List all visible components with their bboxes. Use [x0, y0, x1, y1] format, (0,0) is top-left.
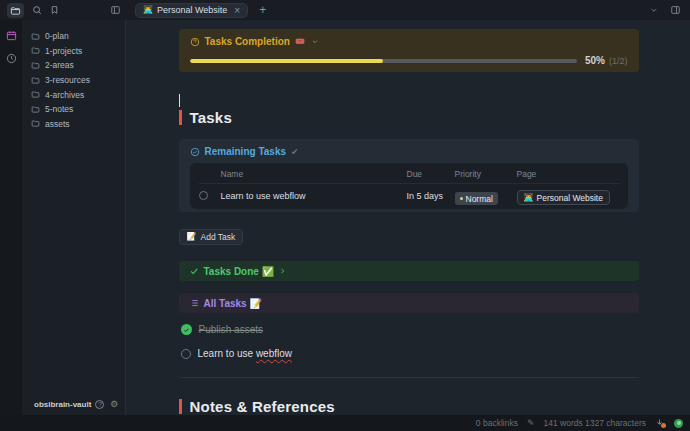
help-icon[interactable]: ? — [95, 400, 104, 409]
done-title: Tasks Done ✅ — [204, 266, 275, 277]
notification-dot — [661, 423, 666, 428]
pencil-icon: ✎ — [527, 419, 535, 428]
tab-title: Personal Website — [157, 5, 227, 15]
bookmark-icon[interactable] — [50, 5, 59, 15]
folder-icon — [31, 105, 40, 114]
folder-label: 4-archives — [45, 90, 84, 100]
remaining-tasks-callout: Remaining Tasks ✔ Name Due Priority Page… — [179, 139, 639, 212]
horizontal-rule — [179, 377, 639, 378]
all-tasks-callout[interactable]: All Tasks 📝 — [179, 293, 639, 313]
table-row: Learn to use webflow In 5 days Normal 👨‍… — [199, 184, 619, 207]
page-link[interactable]: 👨‍💻 Personal Website — [517, 190, 610, 205]
priority-dot — [460, 197, 463, 200]
expand-right-sidebar-icon[interactable] — [670, 5, 681, 15]
heading-accent-bar — [179, 110, 182, 125]
misspelled-word: webflow — [256, 348, 292, 359]
tasks-completion-callout[interactable]: Tasks Completion 🎟️ 50% (1/2) — [179, 29, 639, 72]
folder-label: 2-areas — [45, 60, 74, 70]
folder-label: 3-resources — [45, 75, 90, 85]
question-circle-icon — [190, 37, 200, 47]
vault-name: obsibrain-vault — [34, 400, 91, 409]
title-bar: 👨‍💻 Personal Website × + — [0, 0, 690, 20]
task-checkbox[interactable] — [199, 191, 208, 200]
task-label[interactable]: Publish assets — [199, 324, 263, 335]
file-explorer: 0-plan 1-projects 2-areas 3-resources 4-… — [22, 20, 126, 415]
sidebar-item-5-notes[interactable]: 5-notes — [31, 102, 125, 117]
folder-label: assets — [45, 119, 70, 129]
backlinks-count[interactable]: 0 backlinks — [476, 418, 518, 428]
check-circle-icon — [190, 147, 200, 157]
note-emoji-icon: 👨‍💻 — [143, 6, 153, 14]
col-priority: Priority — [455, 169, 517, 179]
sidebar-item-assets[interactable]: assets — [31, 117, 125, 132]
files-icon[interactable] — [7, 3, 24, 18]
tasks-heading: Tasks — [179, 109, 232, 126]
col-page: Page — [517, 169, 619, 179]
completion-title: Tasks Completion — [205, 36, 290, 47]
task-label[interactable]: Learn to use webflow — [198, 348, 293, 359]
add-task-icon: 📝 — [187, 233, 197, 241]
new-tab-icon[interactable]: + — [259, 4, 266, 16]
add-task-button[interactable]: 📝 Add Task — [179, 229, 244, 245]
task-due: In 5 days — [407, 191, 455, 201]
sidebar-item-1-projects[interactable]: 1-projects — [31, 44, 125, 59]
sidebar-item-0-plan[interactable]: 0-plan — [31, 29, 125, 44]
check-icon — [183, 327, 190, 333]
sidebar-header — [0, 0, 126, 20]
ribbon — [0, 20, 22, 415]
clock-icon[interactable] — [6, 53, 17, 64]
sidebar-item-2-areas[interactable]: 2-areas — [31, 58, 125, 73]
notes-references-heading: Notes & References — [179, 398, 335, 415]
tasks-done-callout[interactable]: Tasks Done ✅ — [179, 261, 639, 281]
status-bar: 0 backlinks ✎ 141 words 1327 characters — [0, 415, 690, 431]
tab-personal-website[interactable]: 👨‍💻 Personal Website × — [135, 3, 248, 18]
tab-close-icon[interactable]: × — [234, 5, 240, 16]
folder-icon — [31, 61, 40, 70]
gear-icon[interactable]: ⚙ — [110, 400, 118, 409]
list-item: Learn to use webflow — [181, 347, 293, 360]
priority-badge[interactable]: Normal — [455, 192, 498, 205]
update-available-icon[interactable] — [655, 418, 665, 428]
completion-progress-bar — [190, 59, 577, 63]
collapse-chevron-icon[interactable] — [311, 38, 319, 45]
page-emoji: 👨‍💻 — [524, 194, 534, 202]
chevron-right-icon[interactable] — [279, 267, 286, 275]
calendar-icon[interactable] — [6, 30, 17, 41]
checkbox-unchecked[interactable] — [181, 349, 191, 359]
completion-fraction: (1/2) — [609, 56, 628, 66]
completion-progress-fill — [190, 59, 384, 63]
completion-emoji: 🎟️ — [295, 38, 305, 46]
col-name: Name — [221, 169, 407, 179]
remaining-tasks-table: Name Due Priority Page Learn to use webf… — [190, 163, 628, 209]
sidebar-item-4-archives[interactable]: 4-archives — [31, 87, 125, 102]
folder-icon — [31, 90, 40, 99]
collapse-left-sidebar-icon[interactable] — [110, 5, 121, 15]
folder-icon — [31, 76, 40, 85]
col-due: Due — [407, 169, 455, 179]
word-count[interactable]: 141 words 1327 characters — [543, 418, 646, 428]
sidebar-item-3-resources[interactable]: 3-resources — [31, 73, 125, 88]
all-title: All Tasks 📝 — [204, 298, 262, 309]
checkbox-checked[interactable] — [181, 324, 192, 335]
remaining-check-suffix: ✔ — [291, 147, 299, 157]
task-name[interactable]: Learn to use webflow — [221, 191, 407, 201]
folder-label: 5-notes — [45, 104, 73, 114]
remaining-title: Remaining Tasks — [205, 146, 287, 157]
list-icon — [189, 298, 199, 308]
folder-label: 1-projects — [45, 46, 82, 56]
folder-icon — [31, 46, 40, 55]
folder-label: 0-plan — [45, 31, 69, 41]
heading-accent-bar — [179, 399, 182, 414]
editor-pane: Tasks Completion 🎟️ 50% (1/2) Tasks Rema… — [127, 20, 690, 415]
sync-status-icon[interactable] — [674, 419, 683, 428]
folder-icon — [31, 119, 40, 128]
search-icon[interactable] — [32, 5, 42, 15]
folder-icon — [31, 32, 40, 41]
vault-switcher[interactable]: obsibrain-vault ? ⚙ — [25, 397, 122, 412]
completion-percent: 50% — [585, 55, 605, 66]
text-cursor — [179, 94, 180, 107]
table-header-row: Name Due Priority Page — [199, 165, 619, 184]
list-item: Publish assets — [181, 323, 263, 336]
check-icon — [189, 266, 199, 276]
chevron-down-icon[interactable] — [649, 6, 659, 14]
